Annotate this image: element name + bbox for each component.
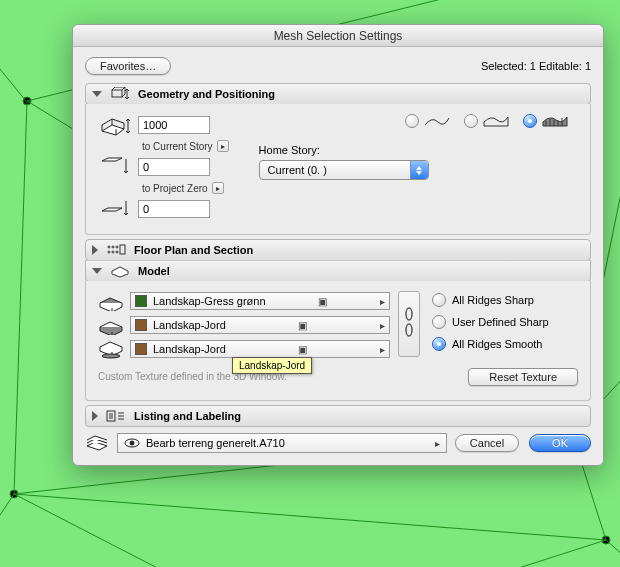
svg-point-30 <box>130 441 134 445</box>
material-bottom-swatch <box>135 343 147 355</box>
layer-mesh-icon <box>85 434 109 452</box>
floorplan-icon <box>106 243 126 257</box>
material-top-name: Landskap-Gress grønn <box>153 295 266 307</box>
mesh-height-icon <box>98 114 132 136</box>
to-project-zero-input[interactable] <box>138 200 210 218</box>
svg-point-21 <box>108 251 110 253</box>
geometry-icon <box>110 87 130 101</box>
svg-rect-24 <box>120 245 125 254</box>
material-row-side: Landskap-Jord ▣ ▸ <box>98 315 390 335</box>
layer-name: Bearb terreng generelt.A710 <box>146 437 285 449</box>
model-icon <box>110 264 130 278</box>
material-chain-toggle[interactable] <box>398 291 420 357</box>
material-bottom-name: Landskap-Jord <box>153 343 226 355</box>
to-story-icon <box>98 156 132 178</box>
material-side-swatch <box>135 319 147 331</box>
ok-button[interactable]: OK <box>529 434 591 452</box>
material-link-icon: ▣ <box>298 344 307 355</box>
chain-icon <box>403 304 415 344</box>
svg-point-18 <box>108 246 110 248</box>
section-geometry-header[interactable]: Geometry and Positioning <box>85 83 591 105</box>
top-row: Favorites… Selected: 1 Editable: 1 <box>85 57 591 75</box>
ridges-user-option[interactable]: User Defined Sharp <box>432 315 578 329</box>
chevron-right-icon: ▸ <box>380 296 385 307</box>
ridges-smooth-option[interactable]: All Ridges Smooth <box>432 337 578 351</box>
disclosure-open-icon <box>92 268 102 274</box>
disclosure-open-icon <box>92 91 102 97</box>
section-listing-title: Listing and Labeling <box>134 410 241 422</box>
svg-line-8 <box>14 494 606 540</box>
disclosure-closed-icon <box>92 411 98 421</box>
chevron-right-icon: ▸ <box>380 344 385 355</box>
home-story-label: Home Story: <box>259 144 578 156</box>
selection-status: Selected: 1 Editable: 1 <box>481 60 591 72</box>
material-top-picker[interactable]: Landskap-Gress grønn ▣ ▸ <box>130 292 390 310</box>
section-listing-header[interactable]: Listing and Labeling <box>85 405 591 427</box>
chevron-right-icon: ▸ <box>380 320 385 331</box>
material-link-icon: ▣ <box>298 320 307 331</box>
home-story-select[interactable]: Current (0. ) <box>259 160 429 180</box>
settings-window: Mesh Selection Settings Favorites… Selec… <box>72 24 604 466</box>
section-model-title: Model <box>138 265 170 277</box>
svg-line-15 <box>14 494 200 567</box>
ridges-group: All Ridges Sharp User Defined Sharp All … <box>428 291 578 351</box>
project-zero-popup-icon[interactable]: ▸ <box>212 182 224 194</box>
svg-point-26 <box>406 308 412 320</box>
material-row-top: Landskap-Gress grønn ▣ ▸ <box>98 291 390 311</box>
material-bottom-picker[interactable]: Landskap-Jord ▣ ▸ <box>130 340 390 358</box>
material-row-bottom: Landskap-Jord ▣ ▸ <box>98 339 390 359</box>
select-arrows-icon <box>410 161 428 179</box>
mesh-type-surface[interactable] <box>405 114 450 128</box>
mesh-type-radio-row <box>259 114 578 128</box>
home-story-value: Current (0. ) <box>268 164 327 176</box>
section-floorplan-title: Floor Plan and Section <box>134 244 253 256</box>
model-body: Landskap-Gress grønn ▣ ▸ <box>85 281 591 401</box>
svg-point-23 <box>116 251 118 253</box>
ridges-sharp-option[interactable]: All Ridges Sharp <box>432 293 578 307</box>
svg-line-16 <box>450 540 606 567</box>
to-current-story-input[interactable] <box>138 158 210 176</box>
to-project-zero-label: to Project Zero <box>142 183 208 194</box>
chevron-right-icon: ▸ <box>435 438 440 449</box>
window-title: Mesh Selection Settings <box>73 25 603 47</box>
material-top-face-icon <box>98 291 124 311</box>
svg-point-25 <box>102 354 120 358</box>
svg-point-19 <box>112 246 114 248</box>
material-link-icon: ▣ <box>318 296 327 307</box>
bottom-row: Bearb terreng generelt.A710 ▸ Cancel OK <box>85 433 591 453</box>
material-side-name: Landskap-Jord <box>153 319 226 331</box>
story-link-popup-icon[interactable]: ▸ <box>217 140 229 152</box>
window-content: Favorites… Selected: 1 Editable: 1 Geome… <box>73 47 603 465</box>
section-floorplan-header[interactable]: Floor Plan and Section <box>85 239 591 261</box>
ridges-sharp-label: All Ridges Sharp <box>452 294 534 306</box>
eye-icon <box>124 437 140 449</box>
cancel-button[interactable]: Cancel <box>455 434 519 452</box>
section-model-header[interactable]: Model <box>85 260 591 282</box>
section-geometry-title: Geometry and Positioning <box>138 88 275 100</box>
svg-rect-17 <box>112 90 122 97</box>
svg-line-11 <box>0 494 14 560</box>
to-current-story-label: to Current Story <box>142 141 213 152</box>
reset-texture-button[interactable]: Reset Texture <box>468 368 578 386</box>
mesh-height-input[interactable] <box>138 116 210 134</box>
ridges-user-label: User Defined Sharp <box>452 316 549 328</box>
svg-line-5 <box>14 101 27 494</box>
listing-icon <box>106 409 126 423</box>
material-side-face-icon <box>98 315 124 335</box>
material-bottom-face-icon <box>98 339 124 359</box>
material-side-picker[interactable]: Landskap-Jord ▣ ▸ <box>130 316 390 334</box>
material-tooltip: Landskap-Jord <box>232 357 312 374</box>
svg-line-12 <box>0 20 26 101</box>
geometry-body: to Current Story ▸ to Project <box>85 104 591 235</box>
favorites-button[interactable]: Favorites… <box>85 57 171 75</box>
disclosure-closed-icon <box>92 245 98 255</box>
material-list: Landskap-Gress grønn ▣ ▸ <box>98 291 390 363</box>
ridges-smooth-label: All Ridges Smooth <box>452 338 543 350</box>
mesh-type-skirt[interactable] <box>464 114 509 128</box>
material-top-swatch <box>135 295 147 307</box>
svg-point-27 <box>406 324 412 336</box>
to-project-zero-icon <box>98 198 132 220</box>
layer-picker[interactable]: Bearb terreng generelt.A710 ▸ <box>117 433 447 453</box>
svg-point-20 <box>116 246 118 248</box>
mesh-type-solid[interactable] <box>523 114 568 128</box>
